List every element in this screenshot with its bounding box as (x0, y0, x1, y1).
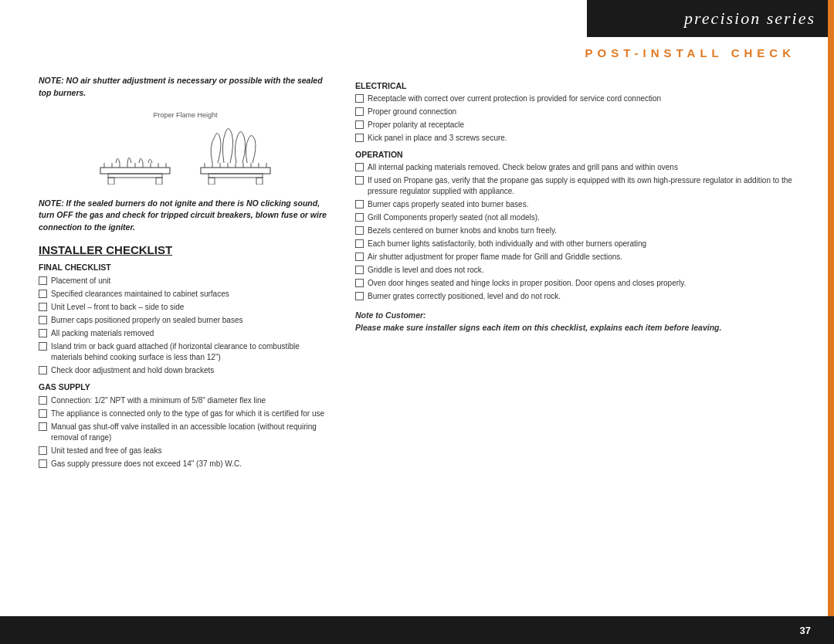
note-to-customer: Note to Customer: Please make sure insta… (355, 310, 811, 334)
checkbox-icon (39, 329, 47, 337)
list-item: All packing materials removed (39, 328, 332, 339)
checkbox-icon (355, 107, 364, 116)
list-item-text: Island trim or back guard attached (if h… (51, 341, 332, 363)
checkbox-icon (39, 290, 47, 298)
checkbox-icon (355, 163, 364, 171)
diagram-label: Proper Flame Height (42, 111, 328, 119)
list-item: If used on Propane gas, verify that the … (355, 175, 811, 197)
list-item-text: Gas supply pressure does not exceed 14" … (51, 459, 242, 469)
list-item: Receptacle with correct over current pro… (355, 93, 811, 104)
checkbox-icon (39, 342, 47, 351)
svg-rect-16 (256, 178, 263, 185)
checkbox-icon (39, 422, 47, 431)
list-item-text: Proper ground connection (368, 107, 456, 117)
checkbox-icon (355, 253, 364, 261)
list-item-text: Kick panel in place and 3 screws secure. (368, 133, 507, 144)
two-column-layout: NOTE: NO air shutter adjustment is neces… (39, 75, 811, 472)
list-item: Manual gas shut-off valve installed in a… (39, 422, 332, 443)
list-item: Kick panel in place and 3 screws secure. (355, 133, 811, 144)
checkbox-icon (355, 279, 364, 287)
list-item-text: Unit tested and free of gas leaks (51, 446, 161, 456)
note-sealed-burners: NOTE: If the sealed burners do not ignit… (39, 198, 332, 234)
list-item: Burner caps positioned properly on seale… (39, 315, 332, 326)
checkbox-icon (355, 292, 364, 300)
right-column: ELECTRICAL Receptacle with correct over … (355, 75, 811, 472)
list-item-text: Check door adjustment and hold down brac… (51, 365, 214, 376)
svg-rect-0 (100, 168, 170, 174)
right-accent-bar (828, 0, 834, 644)
list-item-text: All packing materials removed (51, 328, 154, 339)
checkbox-icon (355, 134, 364, 142)
list-item: Each burner lights satisfactorily, both … (355, 239, 811, 249)
list-item-text: Burner caps properly seated into burner … (368, 199, 528, 210)
page-number: 37 (800, 625, 811, 636)
svg-rect-2 (108, 178, 114, 185)
checkbox-icon (355, 176, 364, 185)
list-item-text: Connection: 1/2" NPT with a minimum of 5… (51, 395, 266, 406)
list-item-text: Placement of unit (51, 276, 110, 286)
svg-rect-3 (156, 178, 162, 185)
checkbox-icon (39, 276, 47, 285)
list-item: Check door adjustment and hold down brac… (39, 365, 332, 376)
list-item-text: Air shutter adjustment for proper flame … (368, 252, 622, 263)
list-item-text: Proper polarity at receptacle (368, 120, 464, 130)
list-item: Griddle is level and does not rock. (355, 265, 811, 276)
svg-rect-15 (208, 178, 215, 185)
gas-supply-checklist: Connection: 1/2" NPT with a minimum of 5… (39, 395, 332, 469)
checkbox-icon (355, 239, 364, 248)
note-to-customer-body: Please make sure installer signs each it… (355, 322, 811, 334)
list-item-text: The appliance is connected only to the t… (51, 408, 324, 419)
checkbox-icon (355, 213, 364, 222)
checkbox-icon (39, 316, 47, 324)
list-item: Proper ground connection (355, 107, 811, 117)
checkbox-icon (355, 200, 364, 208)
post-install-heading: POST-INSTALL CHECK (39, 46, 811, 59)
electrical-checklist: Receptacle with correct over current pro… (355, 93, 811, 144)
diagram-svg-container (42, 123, 328, 185)
list-item: Burner caps properly seated into burner … (355, 199, 811, 210)
list-item: Unit Level – front to back – side to sid… (39, 302, 332, 313)
list-item-text: Griddle is level and does not rock. (368, 265, 484, 276)
list-item-text: Burner caps positioned properly on seale… (51, 315, 243, 326)
list-item-text: All internal packing materials removed. … (368, 162, 678, 173)
installer-checklist-heading: INSTALLER CHECKLIST (39, 243, 332, 256)
final-checklist-title: FINAL CHECKLIST (39, 263, 332, 272)
operation-checklist: All internal packing materials removed. … (355, 162, 811, 302)
operation-title: OPERATION (355, 150, 811, 159)
checkbox-icon (355, 266, 364, 274)
list-item: Burner grates correctly positioned, leve… (355, 291, 811, 302)
checkbox-icon (39, 366, 47, 375)
checkbox-icon (39, 459, 47, 468)
list-item-text: If used on Propane gas, verify that the … (368, 175, 811, 197)
left-column: NOTE: NO air shutter adjustment is neces… (39, 75, 332, 472)
list-item-text: Manual gas shut-off valve installed in a… (51, 422, 332, 443)
list-item: Bezels centered on burner knobs and knob… (355, 225, 811, 236)
flame-diagram: Proper Flame Height (39, 107, 332, 188)
checkbox-icon (355, 226, 364, 235)
list-item: Placement of unit (39, 276, 332, 286)
note-air-shutter: NOTE: NO air shutter adjustment is neces… (39, 75, 332, 100)
svg-rect-14 (208, 174, 263, 178)
list-item-text: Each burner lights satisfactorily, both … (368, 239, 646, 249)
top-header-bar: precision series (587, 0, 834, 37)
svg-rect-1 (108, 174, 162, 178)
list-item-text: Oven door hinges seated and hinge locks … (368, 278, 686, 289)
final-checklist: Placement of unit Specified clearances m… (39, 276, 332, 376)
list-item-text: Grill Components properly seated (not al… (368, 212, 540, 223)
list-item: Gas supply pressure does not exceed 14" … (39, 459, 332, 469)
svg-rect-13 (201, 168, 270, 174)
list-item-text: Specified clearances maintained to cabin… (51, 289, 229, 300)
list-item-text: Bezels centered on burner knobs and knob… (368, 225, 557, 236)
page: precision series 37 POST-INSTALL CHECK N… (0, 0, 834, 644)
list-item-text: Burner grates correctly positioned, leve… (368, 291, 561, 302)
list-item-text: Unit Level – front to back – side to sid… (51, 302, 184, 313)
list-item: Air shutter adjustment for proper flame … (355, 252, 811, 263)
list-item: All internal packing materials removed. … (355, 162, 811, 173)
list-item: Proper polarity at receptacle (355, 120, 811, 130)
normal-flame-svg (93, 123, 178, 185)
list-item: Unit tested and free of gas leaks (39, 446, 332, 456)
list-item: Specified clearances maintained to cabin… (39, 289, 332, 300)
checkbox-icon (39, 303, 47, 311)
checkbox-icon (355, 120, 364, 129)
list-item: Oven door hinges seated and hinge locks … (355, 278, 811, 289)
